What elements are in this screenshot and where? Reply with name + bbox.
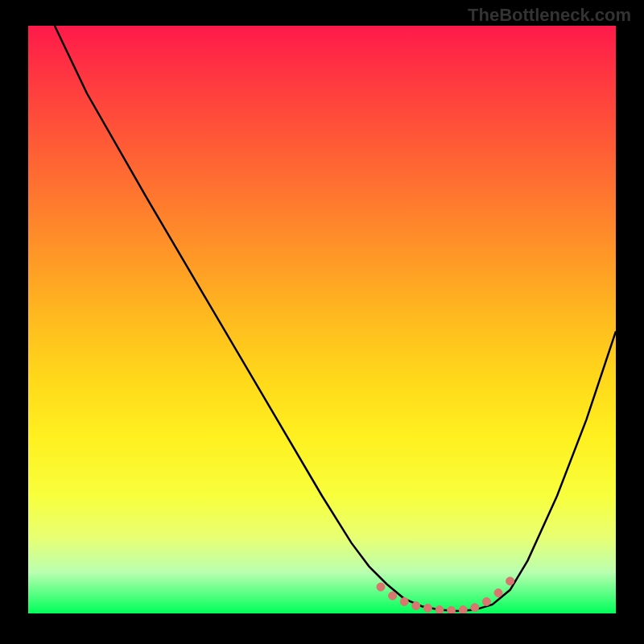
valley-marker bbox=[471, 604, 479, 612]
valley-marker bbox=[412, 602, 420, 610]
valley-marker bbox=[389, 592, 397, 600]
valley-marker bbox=[423, 604, 431, 612]
valley-marker bbox=[377, 583, 385, 591]
valley-marker bbox=[506, 577, 514, 585]
valley-marker bbox=[459, 606, 467, 613]
plot-area bbox=[28, 26, 616, 613]
valley-marker bbox=[448, 606, 456, 613]
valley-marker bbox=[482, 597, 490, 605]
valley-marker bbox=[494, 589, 502, 597]
bottleneck-curve bbox=[55, 26, 616, 611]
valley-markers bbox=[377, 577, 514, 613]
valley-marker bbox=[400, 597, 408, 605]
watermark-text: TheBottleneck.com bbox=[468, 5, 631, 26]
curve-layer bbox=[28, 26, 616, 613]
valley-marker bbox=[436, 606, 444, 613]
